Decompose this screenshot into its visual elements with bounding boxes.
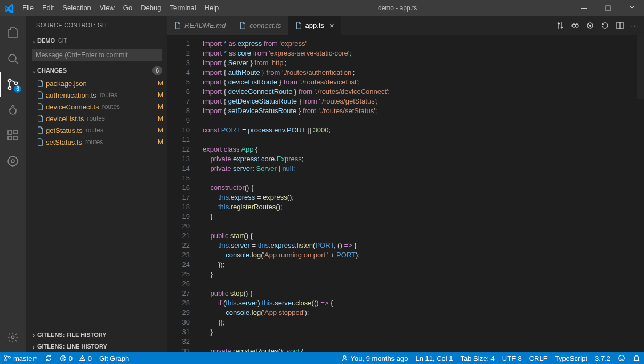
code-line[interactable]: private registerRoutes(): void { (203, 346, 644, 352)
repo-header[interactable]: ⌄ DEMO GIT (26, 35, 167, 46)
debug-icon[interactable] (0, 97, 26, 123)
menu-file[interactable]: File (18, 0, 38, 16)
code-line[interactable]: this.registerRoutes(); (203, 202, 644, 212)
collapsed-section[interactable]: ›GITLENS: LINE HISTORY (26, 341, 167, 352)
cursor-position[interactable]: Ln 11, Col 1 (412, 352, 456, 364)
collapsed-section[interactable]: ›GITLENS: FILE HISTORY (26, 329, 167, 341)
code-line[interactable]: if (this.server) this.server.close(() =>… (203, 298, 644, 308)
file-path: routes (102, 103, 120, 110)
code-line[interactable]: constructor() { (203, 183, 644, 193)
language-mode[interactable]: TypeScript (551, 352, 591, 364)
svg-rect-10 (14, 130, 18, 134)
close-icon[interactable]: × (329, 21, 334, 30)
code-line[interactable]: import { authRoute } from './routes/auth… (203, 68, 644, 77)
notifications-icon[interactable] (629, 352, 644, 364)
git-branch[interactable]: master* (0, 352, 41, 364)
file-status: M (158, 138, 163, 146)
menu-help[interactable]: Help (200, 0, 223, 16)
changed-file[interactable]: deviceList.tsroutesM (26, 113, 167, 124)
tab-label: app.ts (305, 21, 324, 29)
line-number: 15 (167, 173, 190, 183)
compare-icon[interactable] (556, 21, 565, 30)
code-line[interactable]: }); (203, 260, 644, 270)
changed-file[interactable]: authentication.tsroutesM (26, 89, 167, 101)
changed-file[interactable]: setStatus.tsroutesM (26, 136, 167, 148)
open-changes-icon[interactable] (571, 21, 579, 30)
minimap[interactable] (637, 35, 644, 352)
eol[interactable]: CRLF (526, 352, 551, 364)
code-line[interactable]: import { deviceConnectRoute } from './ro… (203, 87, 644, 97)
code-line[interactable]: public start() { (203, 231, 644, 241)
code-line[interactable]: import { setDeviceStatusRoute } from './… (203, 106, 644, 116)
search-icon[interactable] (0, 46, 26, 72)
menu-selection[interactable]: Selection (58, 0, 95, 16)
code-line[interactable]: console.log('App running on port ' + POR… (203, 250, 644, 260)
line-number: 19 (167, 212, 190, 221)
editor-tab[interactable]: connect.ts (232, 16, 288, 35)
code-line[interactable] (203, 173, 644, 183)
menu-terminal[interactable]: Terminal (165, 0, 200, 16)
editor-tab[interactable]: app.ts× (288, 16, 341, 35)
code-line[interactable]: const PORT = process.env.PORT || 3000; (203, 125, 644, 135)
close-icon[interactable] (620, 0, 644, 16)
changed-file[interactable]: package.jsonM (26, 77, 167, 89)
changes-header[interactable]: ⌄ CHANGES 6 (26, 65, 167, 76)
code-editor[interactable]: 1234567891011121314151617181920212223242… (167, 35, 644, 352)
gitlens-icon[interactable] (0, 148, 26, 174)
explorer-icon[interactable] (0, 20, 26, 46)
code-line[interactable]: public stop() { (203, 289, 644, 298)
code-line[interactable]: this.server = this.express.listen(PORT, … (203, 241, 644, 250)
git-graph[interactable]: Git Graph (95, 352, 133, 364)
code-line[interactable]: } (203, 327, 644, 337)
code-line[interactable] (203, 221, 644, 231)
maximize-icon[interactable] (596, 0, 620, 16)
source-control-icon[interactable]: 6 (0, 72, 26, 97)
more-icon[interactable]: ··· (631, 21, 640, 29)
code-line[interactable]: private express: core.Express; (203, 154, 644, 164)
minimize-icon[interactable] (572, 0, 596, 16)
sync-icon[interactable] (41, 352, 56, 364)
chevron-down-icon: ⌄ (30, 67, 37, 74)
menu-debug[interactable]: Debug (136, 0, 165, 16)
problems[interactable]: 0 0 (56, 352, 95, 364)
toggle-icon[interactable] (586, 21, 594, 30)
menu-go[interactable]: Go (119, 0, 136, 16)
code-line[interactable]: this.express = express(); (203, 193, 644, 202)
changed-file[interactable]: getStatus.tsroutesM (26, 124, 167, 136)
code-line[interactable] (203, 135, 644, 145)
code-line[interactable]: export class App { (203, 145, 644, 154)
code-line[interactable] (203, 337, 644, 346)
code-line[interactable]: import * as express from 'express' (203, 39, 644, 49)
code-line[interactable]: console.log('App stopped'); (203, 308, 644, 318)
code-line[interactable]: import { Server } from 'http'; (203, 58, 644, 68)
file-icon (36, 80, 46, 87)
file-icon (36, 138, 46, 146)
code-line[interactable]: }); (203, 318, 644, 327)
code-content[interactable]: import * as express from 'express'import… (197, 35, 644, 352)
split-icon[interactable] (616, 21, 624, 30)
code-line[interactable]: import * as core from 'express-serve-sta… (203, 49, 644, 58)
svg-point-19 (5, 355, 7, 358)
feedback-icon[interactable] (614, 352, 629, 364)
revert-icon[interactable] (601, 21, 609, 30)
editor-tab[interactable]: README.md (167, 16, 232, 35)
line-number: 4 (167, 68, 190, 77)
blame-annotation[interactable]: You, 9 months ago (337, 352, 412, 364)
code-line[interactable] (203, 116, 644, 125)
extensions-icon[interactable] (0, 123, 26, 148)
tab-size[interactable]: Tab Size: 4 (457, 352, 498, 364)
svg-rect-0 (581, 8, 587, 9)
commit-message-input[interactable] (32, 49, 162, 61)
menu-view[interactable]: View (95, 0, 119, 16)
code-line[interactable]: } (203, 270, 644, 279)
code-line[interactable] (203, 279, 644, 289)
code-line[interactable]: } (203, 212, 644, 221)
code-line[interactable]: import { getDeviceStatusRoute } from './… (203, 97, 644, 106)
code-line[interactable]: import { deviceListRoute } from './route… (203, 77, 644, 87)
changed-file[interactable]: deviceConnect.tsroutesM (26, 101, 167, 113)
settings-gear-icon[interactable] (0, 327, 26, 348)
encoding[interactable]: UTF-8 (498, 352, 526, 364)
menu-edit[interactable]: Edit (38, 0, 58, 16)
ts-version[interactable]: 3.7.2 (591, 352, 614, 364)
code-line[interactable]: private server: Server | null; (203, 164, 644, 173)
